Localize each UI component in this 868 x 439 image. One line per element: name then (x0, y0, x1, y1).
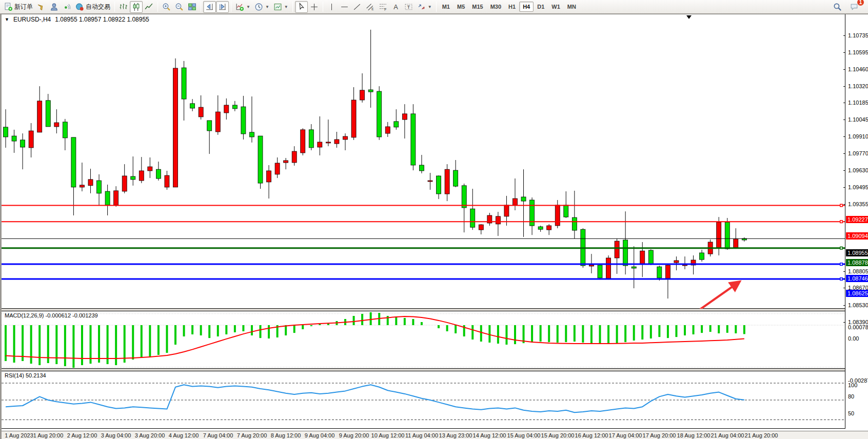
cursor-button[interactable] (295, 1, 308, 13)
new-order-icon (4, 3, 13, 11)
periods-icon (254, 3, 263, 11)
horizontal-line-button[interactable] (338, 1, 351, 13)
chart-window[interactable]: ▼ EURUSD-,H4 1.08955 1.08957 1.08922 1.0… (0, 14, 868, 439)
price-axis[interactable]: 1.107351.105951.104601.103201.101851.100… (845, 14, 868, 429)
templates-button[interactable]: ▼ (271, 1, 290, 13)
signal-button[interactable] (61, 1, 73, 13)
price-tag-resistance-1: 1.09227 (846, 216, 868, 223)
periods-button[interactable]: ▼ (252, 1, 271, 13)
price-tick-label: 1.10045 (848, 116, 868, 123)
text-icon: A (391, 3, 400, 11)
auto-trading-icon (75, 3, 84, 11)
time-tick-label: 9 Aug 20:00 (339, 432, 369, 438)
timeframe-m30[interactable]: M30 (487, 2, 505, 12)
timeframe-m1[interactable]: M1 (439, 2, 453, 12)
time-tick-label: 17 Aug 20:00 (643, 432, 676, 438)
axis-tick (843, 103, 845, 103)
svg-text:T: T (407, 4, 410, 10)
shapes-button[interactable]: ▼ (415, 1, 434, 13)
zoom-in-button[interactable] (160, 1, 173, 13)
price-tick-label: 1.10185 (848, 99, 868, 106)
time-tick-label: 2 Aug 12:00 (67, 432, 97, 438)
timeframe-mn[interactable]: MN (564, 2, 580, 12)
price-tick-label: 1.09355 (848, 201, 868, 207)
auto-trading-button[interactable]: 自动交易 (73, 1, 112, 13)
time-tick-label: 11 Aug 04:00 (405, 432, 438, 438)
crosshair-button[interactable] (308, 1, 321, 13)
candlestick-button[interactable] (130, 1, 143, 13)
fibonacci-button[interactable]: F (377, 1, 389, 13)
button-label: 新订单 (14, 3, 33, 11)
timeframe-h4[interactable]: H4 (519, 2, 534, 12)
new-order-button[interactable]: 新订单 (2, 1, 35, 13)
horizontal-line-icon (340, 3, 349, 11)
time-tick-label: 15 Aug 04:00 (507, 432, 541, 438)
notification-badge: 1 (857, 0, 864, 6)
chevron-down-icon[interactable]: ▼ (428, 5, 432, 9)
time-tick-label: 14 Aug 12:00 (473, 432, 506, 438)
rsi-tick-label: 80 (848, 393, 854, 400)
time-tick-label: 1 Aug 2023 (5, 432, 33, 438)
time-tick-label: 7 Aug 20:00 (237, 432, 267, 438)
time-tick-label: 15 Aug 20:00 (541, 432, 575, 438)
price-tick-label: 1.09770 (848, 150, 868, 156)
timeframe-m5[interactable]: M5 (453, 2, 468, 12)
funnel-button[interactable] (35, 1, 48, 13)
macd-pane[interactable]: MACD(12,26,9) -0.000612 -0.001239 (2, 311, 845, 369)
time-tick-label: 3 Aug 20:00 (135, 432, 165, 438)
axis-tick (843, 170, 845, 171)
chevron-down-icon[interactable]: ▼ (265, 5, 269, 9)
zoom-out-button[interactable] (173, 1, 186, 13)
search-button[interactable] (831, 1, 844, 13)
time-tick-label: 8 Aug 12:00 (271, 432, 301, 438)
toolbar-separator (292, 2, 293, 12)
auto-scroll-button[interactable] (203, 1, 216, 13)
shapes-icon (417, 3, 426, 11)
rsi-pane[interactable]: RSI(14) 50.2134 (2, 371, 845, 429)
text-button[interactable]: A (389, 1, 402, 13)
label-button[interactable]: T (402, 1, 415, 13)
toolbar-separator (436, 2, 437, 12)
tile-windows-button[interactable] (186, 1, 199, 13)
chevron-down-icon[interactable]: ▼ (284, 5, 288, 9)
rsi-layer (2, 371, 845, 429)
price-tick-label: 1.10735 (848, 32, 868, 38)
price-tick-label: 1.09630 (848, 167, 868, 173)
funnel-icon (37, 3, 46, 11)
indicators-button[interactable]: ▼ (233, 1, 252, 13)
line-chart-button[interactable] (143, 1, 155, 13)
timeframe-w1[interactable]: W1 (548, 2, 564, 12)
indicators-icon (235, 3, 244, 11)
main-price-pane[interactable]: ▼ EURUSD-,H4 1.08955 1.08957 1.08922 1.0… (2, 14, 845, 309)
axis-tick (843, 86, 845, 87)
time-tick-label: 4 Aug 12:00 (169, 432, 199, 438)
timeframe-h1[interactable]: H1 (505, 2, 519, 12)
axis-tick (843, 153, 845, 154)
vertical-line-button[interactable] (325, 1, 338, 13)
bar-chart-icon (119, 3, 128, 11)
bar-chart-button[interactable] (117, 1, 130, 13)
chat-button[interactable]: 1 (848, 1, 861, 13)
channel-button[interactable]: E (364, 1, 377, 13)
cursor-icon (297, 3, 306, 11)
trendline-button[interactable] (351, 1, 364, 13)
timeframe-m15[interactable]: M15 (468, 2, 486, 12)
timeframe-d1[interactable]: D1 (534, 2, 548, 12)
time-axis[interactable]: 1 Aug 20231 Aug 20:002 Aug 12:003 Aug 04… (2, 431, 868, 439)
chevron-down-icon[interactable]: ▼ (246, 5, 250, 9)
price-tick-label: 1.09495 (848, 184, 868, 190)
svg-text:A: A (393, 3, 398, 11)
time-tick-label: 16 Aug 12:00 (575, 432, 608, 438)
time-tick-label: 18 Aug 12:00 (677, 432, 711, 438)
candles-layer[interactable] (2, 14, 845, 309)
profile-icon (50, 3, 58, 11)
profile-button[interactable] (48, 1, 61, 13)
toolbar-right: 1 (831, 1, 866, 13)
toolbar-group-zoom (160, 0, 199, 14)
axis-tick (843, 322, 845, 323)
price-tag-pivot: 1.08878 (846, 259, 868, 266)
axis-tick (843, 136, 845, 137)
price-tick-label: 1.08530 (848, 302, 868, 308)
time-tick-label: 7 Aug 04:00 (203, 432, 233, 438)
chart-shift-button[interactable] (216, 1, 229, 13)
